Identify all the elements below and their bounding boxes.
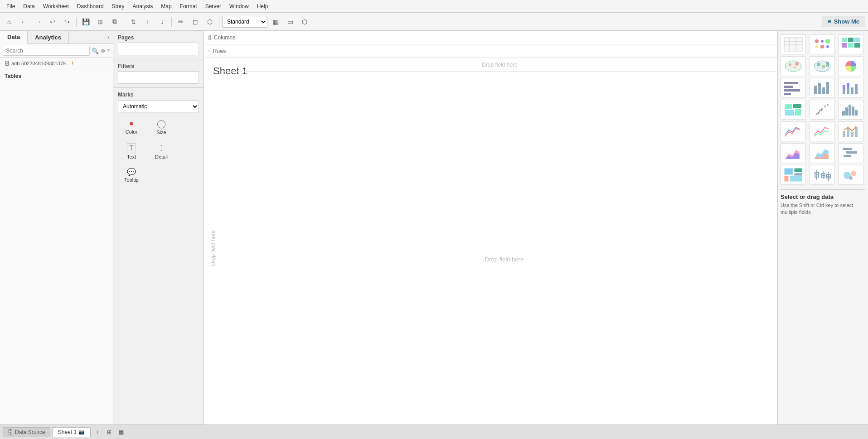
filters-shelf: Filters <box>113 59 204 88</box>
menu-data[interactable]: Data <box>19 2 38 10</box>
list-view-icon[interactable]: ≡ <box>107 48 110 54</box>
chart-treemap[interactable] <box>781 165 806 185</box>
showme-footer: Select or drag data Use the Shift or Ctr… <box>781 189 865 216</box>
svg-rect-66 <box>844 155 851 157</box>
chart-bar-line[interactable] <box>838 121 863 141</box>
chart-cross-tab[interactable] <box>810 34 835 54</box>
marks-text-label: Text <box>127 154 136 159</box>
chart-scatter[interactable] <box>810 100 835 120</box>
tooltip-button[interactable]: ⬡ <box>204 15 216 28</box>
menu-map[interactable]: Map <box>157 2 175 10</box>
menu-server[interactable]: Server <box>202 2 225 10</box>
svg-point-17 <box>785 61 801 72</box>
marks-tooltip-button[interactable]: 💬 Tooltip <box>118 165 145 185</box>
save-button[interactable]: 💾 <box>79 15 92 28</box>
label-button[interactable]: ◻ <box>189 15 202 28</box>
svg-point-18 <box>789 63 791 66</box>
chart-histogram[interactable] <box>838 100 863 120</box>
svg-rect-71 <box>790 176 802 182</box>
svg-rect-53 <box>849 105 851 116</box>
svg-rect-56 <box>843 131 845 137</box>
panel-collapse-button[interactable]: › <box>104 32 113 42</box>
back-button[interactable]: ← <box>17 15 30 28</box>
warning-icon: ! <box>72 61 73 66</box>
filters-drop-zone[interactable] <box>118 71 199 84</box>
chart-vertical-bars[interactable] <box>810 78 835 98</box>
capture-icon[interactable]: 📷 <box>78 429 85 435</box>
marks-dropdown[interactable]: Automatic <box>118 101 199 112</box>
svg-rect-64 <box>843 148 852 150</box>
svg-point-47 <box>824 106 826 107</box>
menu-worksheet[interactable]: Worksheet <box>39 2 73 10</box>
sheet1-tab[interactable]: Sheet 1 📷 <box>52 427 91 437</box>
menu-analysis[interactable]: Analysis <box>129 2 157 10</box>
svg-rect-58 <box>851 132 853 137</box>
chart-filled-map[interactable] <box>781 100 806 120</box>
tab-analytics[interactable]: Analytics <box>28 31 69 43</box>
chart-line-2[interactable] <box>810 121 835 141</box>
show-me-button[interactable]: ≡ Show Me <box>822 16 865 27</box>
new-story-button[interactable]: ▦ <box>116 427 126 437</box>
view-dropdown[interactable]: Standard <box>222 16 267 28</box>
chart-line-1[interactable] <box>781 121 806 141</box>
format-marks-button[interactable]: ✏ <box>175 15 187 28</box>
columns-shelf: ||| Columns <box>204 31 777 44</box>
duplicate-button[interactable]: ⧉ <box>108 15 121 28</box>
drop-zone-center[interactable]: Drop field here <box>231 94 777 425</box>
svg-rect-54 <box>852 106 854 116</box>
svg-rect-39 <box>855 84 858 94</box>
new-dashboard-button[interactable]: ⊞ <box>104 427 114 437</box>
menu-file[interactable]: File <box>3 2 19 10</box>
sort-desc-button[interactable]: ↓ <box>156 15 169 28</box>
chart-highlight-table[interactable] <box>838 34 863 54</box>
data-source-name: 🗄 adb-5022048109301379... ! <box>0 58 113 69</box>
toolbar-sep-3 <box>171 17 172 27</box>
chart-text-table[interactable] <box>781 34 806 54</box>
redo-button[interactable]: ↪ <box>61 15 73 28</box>
new-datasource-button[interactable]: ⊞ <box>94 15 107 28</box>
color-icon: ● <box>129 119 134 128</box>
columns-icon: ||| <box>208 35 211 40</box>
presentation-button[interactable]: ▭ <box>284 15 296 28</box>
chart-map-2[interactable] <box>810 56 835 76</box>
search-input[interactable] <box>3 46 90 56</box>
menu-format[interactable]: Format <box>176 2 201 10</box>
marks-text-button[interactable]: T Text <box>118 140 145 162</box>
tab-data[interactable]: Data <box>0 31 28 44</box>
chart-box-whisker[interactable] <box>810 165 835 185</box>
svg-rect-27 <box>784 86 793 88</box>
svg-rect-42 <box>785 110 794 116</box>
filter-icon[interactable]: ⊜ <box>101 48 105 54</box>
chart-stacked-bars[interactable] <box>838 78 863 98</box>
marks-color-button[interactable]: ● Color <box>118 116 145 138</box>
sort-asc-button[interactable]: ↑ <box>141 15 154 28</box>
menu-bar: File Data Worksheet Dashboard Story Anal… <box>0 0 868 13</box>
home-button[interactable]: ⌂ <box>3 15 15 28</box>
share-button[interactable]: ⬡ <box>298 15 311 28</box>
menu-story[interactable]: Story <box>108 2 128 10</box>
chart-horizontal-bars[interactable] <box>781 78 806 98</box>
svg-rect-55 <box>855 110 858 116</box>
new-sheet-button[interactable]: + <box>92 427 102 437</box>
drop-zone-left[interactable]: Drop field here <box>204 72 222 425</box>
chart-area-1[interactable] <box>781 143 806 163</box>
toolbar: ⌂ ← → ↩ ↪ 💾 ⊞ ⧉ ⇅ ↑ ↓ ✏ ◻ ⬡ Standard ▦ ▭… <box>0 13 868 31</box>
drop-zone-top[interactable]: Drop field here <box>222 58 777 72</box>
menu-dashboard[interactable]: Dashboard <box>73 2 107 10</box>
menu-window[interactable]: Window <box>226 2 252 10</box>
chart-type-button[interactable]: ▦ <box>269 15 282 28</box>
chart-gantt[interactable] <box>838 143 863 163</box>
marks-size-button[interactable]: ◯ Size <box>148 116 175 138</box>
svg-point-5 <box>815 39 819 43</box>
chart-area-2[interactable] <box>810 143 835 163</box>
data-source-tab[interactable]: 🗄 Data Source <box>3 427 50 437</box>
menu-help[interactable]: Help <box>253 2 272 10</box>
marks-detail-button[interactable]: ⁚ Detail <box>148 140 175 162</box>
swap-rows-cols-button[interactable]: ⇅ <box>127 15 140 28</box>
forward-button[interactable]: → <box>32 15 44 28</box>
chart-map-1[interactable] <box>781 56 806 76</box>
chart-bubble[interactable] <box>838 165 863 185</box>
pages-drop-zone[interactable] <box>118 43 199 55</box>
chart-pie[interactable] <box>838 56 863 76</box>
undo-button[interactable]: ↩ <box>46 15 59 28</box>
